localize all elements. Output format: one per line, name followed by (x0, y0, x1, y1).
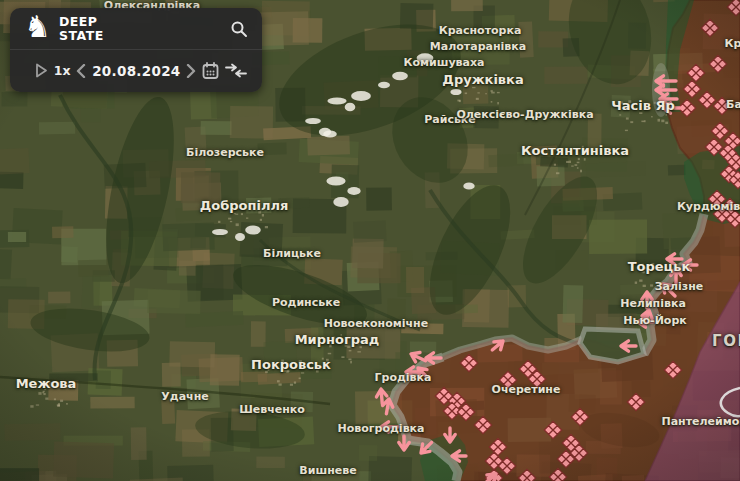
play-button[interactable] (35, 63, 48, 78)
calendar-button[interactable] (202, 62, 219, 80)
brand-line1: DEEP (59, 15, 104, 28)
brand-title: DEEP STATE (59, 15, 104, 41)
chevron-left-icon (76, 64, 86, 78)
calendar-icon (202, 62, 219, 80)
search-icon (230, 20, 248, 38)
deepstate-panel: ♞ DEEP STATE 1x (10, 8, 262, 92)
date-display[interactable]: 20.08.2024 (92, 63, 180, 79)
map-canvas[interactable]: ОлександрівкаКрасноторкаМалотаранівкаКом… (0, 0, 740, 481)
chevron-right-icon (186, 64, 196, 78)
speed-button[interactable]: 1x (54, 63, 71, 78)
play-icon (35, 63, 48, 78)
next-day-button[interactable] (186, 64, 196, 78)
compare-button[interactable] (225, 63, 247, 78)
prev-day-button[interactable] (76, 64, 86, 78)
knight-logo-icon: ♞ (24, 12, 51, 42)
brand-line2: STATE (59, 29, 104, 42)
compare-arrows-icon (225, 63, 247, 78)
search-button[interactable] (230, 20, 248, 38)
